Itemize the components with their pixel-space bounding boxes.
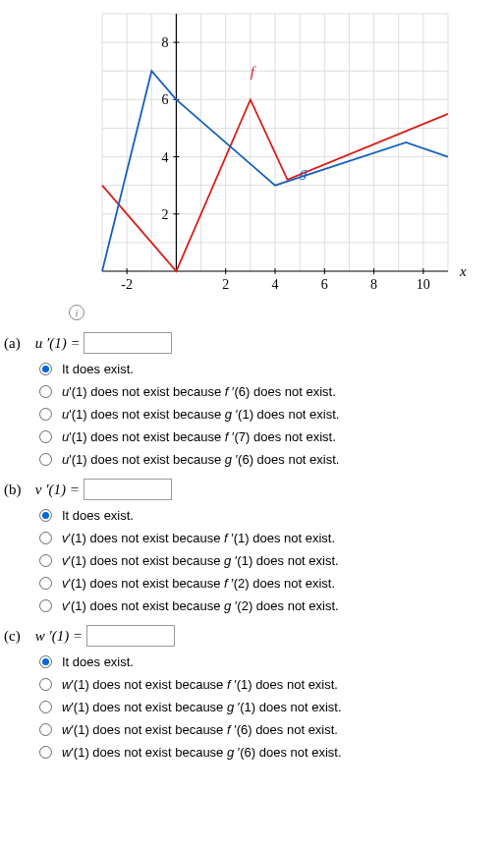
svg-text:2: 2: [161, 207, 168, 222]
radio-icon[interactable]: [39, 430, 52, 443]
radio-icon[interactable]: [39, 509, 52, 522]
radio-icon[interactable]: [39, 746, 52, 759]
option[interactable]: v'(1) does not exist because f ′(2) does…: [39, 576, 500, 591]
equation: u ′(1) =: [35, 335, 81, 351]
option-text: v'(1) does not exist because f ′(2) does…: [62, 576, 335, 591]
radio-icon[interactable]: [39, 655, 52, 668]
option-text: w'(1) does not exist because f ′(1) does…: [62, 677, 338, 692]
radio-icon[interactable]: [39, 599, 52, 612]
part-label: (b): [4, 482, 31, 498]
svg-text:x: x: [459, 263, 467, 279]
options-group: It does exist. u'(1) does not exist beca…: [39, 362, 500, 467]
option[interactable]: u'(1) does not exist because g ′(1) does…: [39, 407, 500, 422]
svg-text:8: 8: [370, 277, 377, 292]
option[interactable]: v'(1) does not exist because g ′(2) does…: [39, 598, 500, 613]
option-text: v'(1) does not exist because g ′(1) does…: [62, 553, 339, 568]
chart-container: -22468102468xfg i: [63, 4, 500, 320]
option-text: u'(1) does not exist because f ′(7) does…: [62, 429, 336, 444]
question-a: (a) u ′(1) =: [4, 332, 500, 354]
option[interactable]: It does exist.: [39, 362, 500, 376]
option-text: u'(1) does not exist because g ′(1) does…: [62, 407, 339, 422]
radio-icon[interactable]: [39, 678, 52, 691]
question-c: (c) w ′(1) =: [4, 625, 500, 647]
option[interactable]: w'(1) does not exist because g ′(6) does…: [39, 745, 500, 760]
radio-icon[interactable]: [39, 723, 52, 736]
option-text: w'(1) does not exist because f ′(6) does…: [62, 722, 338, 737]
answer-input[interactable]: [84, 479, 172, 500]
answer-input[interactable]: [86, 625, 175, 647]
option-text: w'(1) does not exist because g ′(6) does…: [62, 745, 342, 760]
chart: -22468102468xfg: [63, 4, 476, 299]
option-text: It does exist.: [62, 362, 134, 376]
svg-text:f: f: [251, 64, 256, 80]
svg-text:g: g: [300, 164, 308, 180]
options-group: It does exist. w'(1) does not exist beca…: [39, 654, 500, 760]
question-b: (b) v ′(1) =: [4, 479, 500, 500]
part-label: (c): [4, 628, 31, 645]
svg-text:4: 4: [161, 150, 168, 165]
part-label: (a): [4, 335, 31, 352]
option[interactable]: u'(1) does not exist because g ′(6) does…: [39, 452, 500, 467]
option-text: It does exist.: [62, 508, 134, 523]
option[interactable]: v'(1) does not exist because f ′(1) does…: [39, 531, 500, 545]
option[interactable]: It does exist.: [39, 508, 500, 523]
svg-text:6: 6: [321, 277, 328, 292]
option-text: v'(1) does not exist because f ′(1) does…: [62, 531, 335, 545]
option[interactable]: v'(1) does not exist because g ′(1) does…: [39, 553, 500, 568]
option-text: w'(1) does not exist because g ′(1) does…: [62, 700, 342, 714]
equation: w ′(1) =: [35, 628, 83, 644]
svg-text:-2: -2: [121, 277, 133, 292]
option[interactable]: u'(1) does not exist because f ′(6) does…: [39, 384, 500, 399]
option[interactable]: w'(1) does not exist because f ′(6) does…: [39, 722, 500, 737]
radio-icon[interactable]: [39, 408, 52, 421]
option[interactable]: It does exist.: [39, 654, 500, 669]
radio-icon[interactable]: [39, 554, 52, 567]
info-icon[interactable]: i: [69, 305, 84, 320]
option[interactable]: w'(1) does not exist because f ′(1) does…: [39, 677, 500, 692]
option-text: u'(1) does not exist because g ′(6) does…: [62, 452, 339, 467]
radio-icon[interactable]: [39, 532, 52, 544]
radio-icon[interactable]: [39, 363, 52, 375]
svg-text:2: 2: [222, 277, 229, 292]
svg-text:6: 6: [161, 92, 168, 107]
svg-text:4: 4: [272, 277, 279, 292]
option-text: v'(1) does not exist because g ′(2) does…: [62, 598, 339, 613]
radio-icon[interactable]: [39, 385, 52, 398]
equation: v ′(1) =: [35, 482, 80, 497]
svg-text:8: 8: [161, 35, 168, 50]
options-group: It does exist. v'(1) does not exist beca…: [39, 508, 500, 613]
option-text: It does exist.: [62, 654, 134, 669]
option[interactable]: u'(1) does not exist because f ′(7) does…: [39, 429, 500, 444]
option-text: u'(1) does not exist because f ′(6) does…: [62, 384, 336, 399]
radio-icon[interactable]: [39, 577, 52, 590]
option[interactable]: w'(1) does not exist because g ′(1) does…: [39, 700, 500, 714]
radio-icon[interactable]: [39, 701, 52, 713]
svg-text:10: 10: [417, 277, 430, 292]
radio-icon[interactable]: [39, 453, 52, 466]
answer-input[interactable]: [84, 332, 172, 354]
